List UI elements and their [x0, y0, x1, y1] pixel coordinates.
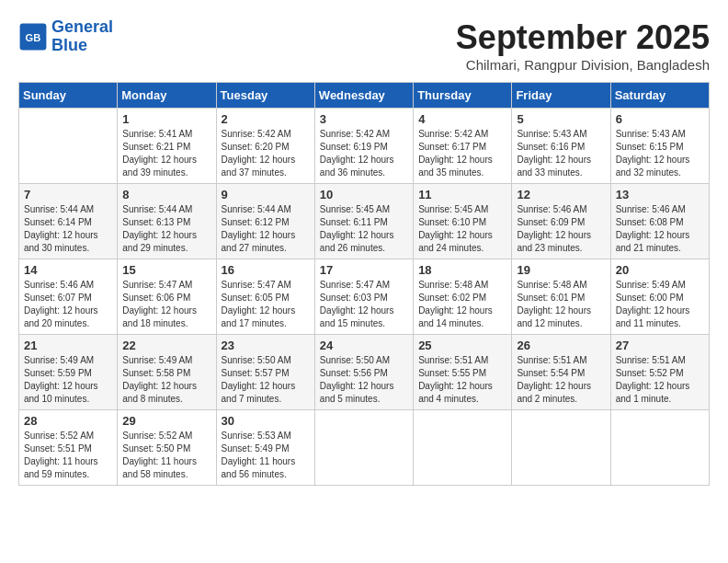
calendar-cell: 25Sunrise: 5:51 AM Sunset: 5:55 PM Dayli… [414, 335, 512, 410]
day-number: 12 [517, 188, 605, 201]
day-info: Sunrise: 5:42 AM Sunset: 6:19 PM Dayligh… [320, 128, 408, 179]
calendar-cell [512, 410, 610, 486]
column-header-wednesday: Wednesday [314, 83, 413, 109]
calendar-week-row: 7Sunrise: 5:44 AM Sunset: 6:14 PM Daylig… [19, 184, 710, 259]
day-number: 27 [616, 339, 704, 352]
calendar-cell: 26Sunrise: 5:51 AM Sunset: 5:54 PM Dayli… [512, 335, 610, 410]
logo-line2: Blue [51, 36, 87, 54]
calendar-cell [610, 410, 709, 486]
day-number: 10 [320, 188, 408, 201]
calendar-cell: 12Sunrise: 5:46 AM Sunset: 6:09 PM Dayli… [512, 184, 610, 259]
calendar-cell [414, 410, 512, 486]
day-info: Sunrise: 5:44 AM Sunset: 6:13 PM Dayligh… [122, 203, 210, 255]
day-number: 18 [418, 263, 506, 277]
calendar-week-row: 1Sunrise: 5:41 AM Sunset: 6:21 PM Daylig… [19, 109, 710, 184]
day-info: Sunrise: 5:50 AM Sunset: 5:56 PM Dayligh… [320, 354, 408, 406]
svg-text:GB: GB [26, 32, 41, 43]
title-block: September 2025 Chilmari, Rangpur Divisio… [456, 18, 710, 73]
day-info: Sunrise: 5:49 AM Sunset: 5:58 PM Dayligh… [122, 354, 210, 406]
calendar-cell: 27Sunrise: 5:51 AM Sunset: 5:52 PM Dayli… [610, 335, 709, 410]
calendar-cell: 24Sunrise: 5:50 AM Sunset: 5:56 PM Dayli… [314, 335, 413, 410]
day-info: Sunrise: 5:44 AM Sunset: 6:12 PM Dayligh… [222, 203, 310, 255]
calendar-cell: 18Sunrise: 5:48 AM Sunset: 6:02 PM Dayli… [414, 259, 512, 335]
column-header-thursday: Thursday [414, 83, 512, 109]
calendar-week-row: 21Sunrise: 5:49 AM Sunset: 5:59 PM Dayli… [19, 335, 710, 410]
location-subtitle: Chilmari, Rangpur Division, Bangladesh [456, 57, 710, 73]
day-info: Sunrise: 5:53 AM Sunset: 5:49 PM Dayligh… [222, 430, 310, 481]
day-info: Sunrise: 5:43 AM Sunset: 6:16 PM Dayligh… [517, 128, 605, 179]
day-info: Sunrise: 5:52 AM Sunset: 5:50 PM Dayligh… [122, 430, 210, 481]
day-number: 24 [320, 339, 408, 352]
calendar-cell: 15Sunrise: 5:47 AM Sunset: 6:06 PM Dayli… [118, 259, 216, 335]
calendar-cell: 5Sunrise: 5:43 AM Sunset: 6:16 PM Daylig… [512, 109, 610, 184]
day-number: 26 [517, 339, 605, 352]
day-number: 2 [222, 112, 310, 126]
calendar-cell: 11Sunrise: 5:45 AM Sunset: 6:10 PM Dayli… [414, 184, 512, 259]
day-info: Sunrise: 5:48 AM Sunset: 6:01 PM Dayligh… [517, 279, 605, 330]
day-number: 1 [122, 112, 210, 126]
month-title: September 2025 [456, 18, 710, 57]
day-number: 19 [517, 263, 605, 277]
day-info: Sunrise: 5:46 AM Sunset: 6:08 PM Dayligh… [616, 203, 704, 255]
day-info: Sunrise: 5:48 AM Sunset: 6:02 PM Dayligh… [418, 279, 506, 330]
day-info: Sunrise: 5:51 AM Sunset: 5:52 PM Dayligh… [616, 354, 704, 406]
column-header-tuesday: Tuesday [216, 83, 314, 109]
calendar-cell [314, 410, 413, 486]
day-number: 29 [122, 414, 210, 428]
calendar-cell: 14Sunrise: 5:46 AM Sunset: 6:07 PM Dayli… [19, 259, 118, 335]
calendar-cell [19, 109, 118, 184]
day-info: Sunrise: 5:49 AM Sunset: 6:00 PM Dayligh… [616, 279, 704, 330]
day-info: Sunrise: 5:46 AM Sunset: 6:07 PM Dayligh… [24, 279, 112, 330]
day-info: Sunrise: 5:42 AM Sunset: 6:20 PM Dayligh… [222, 128, 310, 179]
calendar-cell: 9Sunrise: 5:44 AM Sunset: 6:12 PM Daylig… [216, 184, 314, 259]
calendar-cell: 30Sunrise: 5:53 AM Sunset: 5:49 PM Dayli… [216, 410, 314, 486]
logo-line1: General [51, 17, 113, 36]
calendar-cell: 28Sunrise: 5:52 AM Sunset: 5:51 PM Dayli… [19, 410, 118, 486]
calendar-body: 1Sunrise: 5:41 AM Sunset: 6:21 PM Daylig… [19, 109, 710, 486]
day-info: Sunrise: 5:47 AM Sunset: 6:03 PM Dayligh… [320, 279, 408, 330]
day-number: 5 [517, 112, 605, 126]
day-info: Sunrise: 5:46 AM Sunset: 6:09 PM Dayligh… [517, 203, 605, 255]
calendar-cell: 10Sunrise: 5:45 AM Sunset: 6:11 PM Dayli… [314, 184, 413, 259]
column-header-saturday: Saturday [610, 83, 709, 109]
day-number: 30 [222, 414, 310, 428]
calendar-header-row: SundayMondayTuesdayWednesdayThursdayFrid… [19, 83, 710, 109]
calendar-cell: 29Sunrise: 5:52 AM Sunset: 5:50 PM Dayli… [118, 410, 216, 486]
calendar-cell: 23Sunrise: 5:50 AM Sunset: 5:57 PM Dayli… [216, 335, 314, 410]
day-info: Sunrise: 5:45 AM Sunset: 6:11 PM Dayligh… [320, 203, 408, 255]
day-info: Sunrise: 5:49 AM Sunset: 5:59 PM Dayligh… [24, 354, 112, 406]
column-header-sunday: Sunday [19, 83, 118, 109]
day-info: Sunrise: 5:52 AM Sunset: 5:51 PM Dayligh… [24, 430, 112, 481]
calendar-cell: 13Sunrise: 5:46 AM Sunset: 6:08 PM Dayli… [610, 184, 709, 259]
day-number: 4 [418, 112, 506, 126]
logo-text: General Blue [51, 18, 113, 55]
calendar-cell: 16Sunrise: 5:47 AM Sunset: 6:05 PM Dayli… [216, 259, 314, 335]
calendar-cell: 8Sunrise: 5:44 AM Sunset: 6:13 PM Daylig… [118, 184, 216, 259]
day-number: 8 [122, 188, 210, 201]
day-number: 3 [320, 112, 408, 126]
day-number: 6 [616, 112, 704, 126]
day-info: Sunrise: 5:44 AM Sunset: 6:14 PM Dayligh… [24, 203, 112, 255]
page-header: GB General Blue September 2025 Chilmari,… [18, 18, 710, 73]
column-header-friday: Friday [512, 83, 610, 109]
day-number: 22 [122, 339, 210, 352]
day-number: 15 [122, 263, 210, 277]
day-info: Sunrise: 5:47 AM Sunset: 6:05 PM Dayligh… [222, 279, 310, 330]
calendar-cell: 21Sunrise: 5:49 AM Sunset: 5:59 PM Dayli… [19, 335, 118, 410]
calendar-cell: 4Sunrise: 5:42 AM Sunset: 6:17 PM Daylig… [414, 109, 512, 184]
day-number: 7 [24, 188, 112, 201]
logo-icon: GB [18, 22, 48, 52]
day-info: Sunrise: 5:45 AM Sunset: 6:10 PM Dayligh… [418, 203, 506, 255]
day-number: 13 [616, 188, 704, 201]
day-info: Sunrise: 5:47 AM Sunset: 6:06 PM Dayligh… [122, 279, 210, 330]
day-info: Sunrise: 5:50 AM Sunset: 5:57 PM Dayligh… [222, 354, 310, 406]
logo: GB General Blue [18, 18, 113, 55]
calendar-cell: 2Sunrise: 5:42 AM Sunset: 6:20 PM Daylig… [216, 109, 314, 184]
day-number: 9 [222, 188, 310, 201]
calendar-cell: 20Sunrise: 5:49 AM Sunset: 6:00 PM Dayli… [610, 259, 709, 335]
day-number: 14 [24, 263, 112, 277]
day-number: 23 [222, 339, 310, 352]
day-info: Sunrise: 5:41 AM Sunset: 6:21 PM Dayligh… [122, 128, 210, 179]
day-info: Sunrise: 5:51 AM Sunset: 5:55 PM Dayligh… [418, 354, 506, 406]
calendar-cell: 6Sunrise: 5:43 AM Sunset: 6:15 PM Daylig… [610, 109, 709, 184]
